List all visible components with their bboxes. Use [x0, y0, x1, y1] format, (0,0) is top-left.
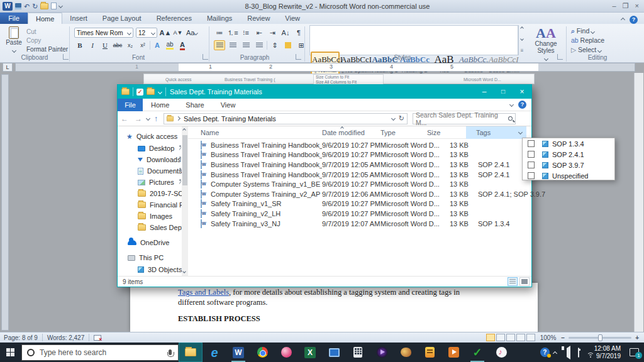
explorer-tab-share[interactable]: Share	[177, 101, 212, 109]
taskbar-file-explorer[interactable]	[179, 343, 203, 362]
sidebar-item-documents[interactable]: Documents	[138, 166, 182, 176]
action-center-icon[interactable]: 1	[630, 348, 639, 356]
outline-view-button[interactable]	[516, 334, 525, 341]
word-count[interactable]: Words: 2,427	[47, 334, 84, 341]
vertical-ruler[interactable]	[1, 74, 9, 331]
highlight-button[interactable]: ab	[164, 40, 175, 50]
column-date-modified[interactable]: Date modified	[322, 129, 365, 136]
column-tags[interactable]: Tags	[476, 129, 491, 136]
taskbar-word[interactable]: W	[226, 343, 250, 362]
taskbar-itunes[interactable]	[489, 343, 513, 362]
explorer-maximize-button[interactable]: □	[494, 85, 513, 99]
copy-button[interactable]: Copy	[26, 36, 68, 45]
explorer-ribbon-expand-icon[interactable]	[509, 102, 514, 107]
file-row[interactable]: Computer Systems Training_v2_AP 9/7/2019…	[188, 189, 531, 199]
word-tab-page-layout[interactable]: Page Layout	[95, 13, 149, 24]
sidebar-item-desktop[interactable]: Desktop	[138, 143, 174, 153]
taskbar-antivirus[interactable]: ✓	[465, 343, 489, 362]
get-help-tray-icon[interactable]: ?	[540, 348, 550, 357]
sidebar-item-onedrive[interactable]: OneDrive	[128, 238, 169, 248]
tab-stop-selector[interactable]: L	[3, 63, 13, 72]
grow-font-button[interactable]: A▲	[160, 28, 171, 38]
taskbar-clock[interactable]: 12:08 AM 9/7/2019	[594, 345, 621, 360]
address-dropdown-chevron-icon[interactable]	[391, 116, 396, 121]
tag-filter-option[interactable]: Unspecified	[523, 170, 614, 181]
font-color-button[interactable]: A	[177, 40, 188, 50]
tag-filter-option[interactable]: SOP 2.4.1	[523, 149, 614, 160]
print-layout-view-button[interactable]	[486, 334, 495, 341]
volume-icon[interactable]	[564, 348, 570, 357]
explorer-minimize-button[interactable]: –	[475, 85, 494, 99]
sidebar-item-downloads[interactable]: Downloads	[138, 155, 180, 165]
replace-button[interactable]: ab Replace	[571, 36, 604, 45]
strikethrough-button[interactable]: abc	[112, 40, 123, 50]
shrink-font-button[interactable]: A▼	[172, 28, 184, 38]
start-button[interactable]	[0, 343, 21, 362]
word-tab-home[interactable]: Home	[28, 13, 62, 24]
checkbox[interactable]	[528, 140, 535, 147]
show-paragraph-marks-button[interactable]: ¶	[293, 28, 304, 38]
page-indicator[interactable]: Page: 8 of 9	[4, 334, 38, 341]
microphone-icon[interactable]	[169, 349, 172, 355]
taskbar-search[interactable]: Type here to search	[21, 344, 179, 361]
styles-dialog-launcher-icon[interactable]	[557, 54, 563, 60]
format-painter-button[interactable]: Format Painter	[26, 45, 68, 54]
word-tab-review[interactable]: Review	[240, 13, 277, 24]
shading-button[interactable]	[282, 40, 294, 50]
taskbar-chrome[interactable]	[250, 343, 274, 362]
taskbar-mail[interactable]	[322, 343, 346, 362]
address-bar[interactable]: Sales Dept. Training Materials ↻	[164, 113, 408, 124]
zoom-in-button[interactable]: +	[635, 334, 639, 341]
scrollbar-thumb[interactable]	[182, 135, 187, 185]
redo-icon[interactable]: ↻	[32, 2, 38, 11]
column-size[interactable]: Size	[427, 129, 440, 136]
word-tab-insert[interactable]: Insert	[62, 13, 95, 24]
file-row[interactable]: Business Travel Training Handbook_v1_LH …	[188, 140, 531, 150]
underline-button[interactable]: U	[99, 40, 111, 50]
sort-button[interactable]: A↓	[280, 28, 291, 38]
align-center-button[interactable]	[227, 40, 238, 50]
justify-button[interactable]	[253, 40, 265, 50]
change-case-button[interactable]: Aa	[186, 28, 197, 38]
file-row[interactable]: Business Travel Training Handbook_v4_AP …	[188, 170, 531, 180]
web-layout-view-button[interactable]	[506, 334, 515, 341]
zoom-slider[interactable]	[569, 337, 631, 339]
word-tab-view[interactable]: View	[277, 13, 308, 24]
tag-filter-option[interactable]: SOP 1.3.4	[523, 138, 614, 149]
font-family-select[interactable]: Times New Rom	[74, 28, 133, 38]
back-icon[interactable]: ←	[118, 114, 131, 123]
draft-view-button[interactable]	[526, 334, 535, 341]
taskbar-video-app[interactable]	[441, 343, 465, 362]
spellcheck-icon[interactable]	[94, 335, 101, 341]
explorer-close-button[interactable]: ×	[513, 85, 531, 99]
taskbar-excel[interactable]: X	[298, 343, 322, 362]
forward-icon[interactable]: →	[131, 114, 145, 123]
taskbar-winamp[interactable]	[418, 343, 441, 362]
sidebar-item-3d-objects[interactable]: 3D Objects	[138, 265, 182, 275]
multilevel-list-button[interactable]: ⁝≡	[240, 28, 252, 38]
thumbnails-view-button[interactable]	[519, 277, 530, 286]
tag-filter-option[interactable]: SOP 3.9.7	[523, 160, 614, 170]
fullscreen-reading-view-button[interactable]	[496, 334, 505, 341]
up-icon[interactable]: ↑	[151, 114, 161, 123]
zoom-slider-thumb[interactable]	[598, 334, 602, 341]
scroll-down-icon[interactable]	[182, 270, 186, 273]
find-button[interactable]: ⌕ Find	[571, 26, 604, 36]
subscript-button[interactable]: x₂	[125, 40, 136, 50]
explorer-help-icon[interactable]: ?	[518, 101, 526, 109]
italic-button[interactable]: I	[87, 40, 98, 50]
word-restore-button[interactable]: ❐	[623, 2, 629, 10]
word-tab-references[interactable]: References	[149, 13, 199, 24]
font-dialog-launcher-icon[interactable]	[203, 54, 208, 60]
scroll-up-icon[interactable]	[182, 128, 186, 132]
explorer-tab-view[interactable]: View	[213, 101, 244, 109]
clipboard-dialog-launcher-icon[interactable]	[63, 54, 69, 60]
file-row[interactable]: Computer Systems Training_v1_BE 9/6/2019…	[188, 179, 531, 189]
file-row[interactable]: Safety Training_v3_NJ 9/7/2019 12:07 AM …	[188, 219, 531, 229]
file-row[interactable]: Business Travel Training Handbook_v3_SR …	[188, 160, 531, 170]
word-close-button[interactable]: ×	[635, 2, 639, 10]
text-effects-button[interactable]: A	[152, 40, 163, 50]
qat-new-folder-icon[interactable]	[147, 89, 155, 95]
explorer-tab-file[interactable]: File	[118, 99, 143, 111]
word-help-icon[interactable]: ?	[630, 16, 638, 24]
